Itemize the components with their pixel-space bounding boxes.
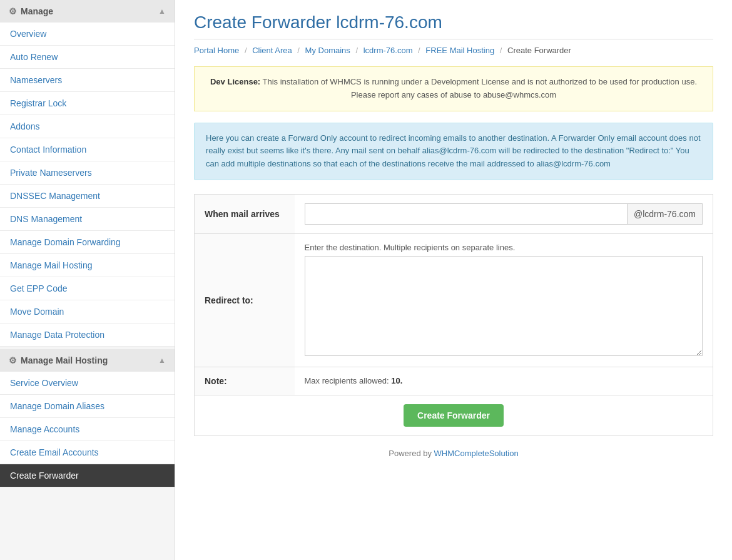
sidebar-item-contact-information[interactable]: Contact Information <box>0 138 175 161</box>
breadcrumb-domain[interactable]: lcdrm-76.com <box>363 46 413 55</box>
submit-cell: Create Forwarder <box>195 395 713 435</box>
sidebar-link-addons: Addons <box>10 121 39 131</box>
sep2: / <box>297 46 300 55</box>
domain-suffix: @lcdrm-76.com <box>627 203 703 225</box>
manage-section-header: ⚙ Manage ▲ <box>0 0 175 23</box>
create-forwarder-button[interactable]: Create Forwarder <box>404 404 504 427</box>
redirect-hint: Enter the destination. Multiple recipien… <box>305 243 703 252</box>
submit-row: Create Forwarder <box>195 395 713 435</box>
note-max: 10. <box>391 376 402 385</box>
sidebar-item-dnssec-management[interactable]: DNSSEC Management <box>0 185 175 208</box>
sidebar: ⚙ Manage ▲ Overview Auto Renew Nameserve… <box>0 0 175 560</box>
sidebar-item-get-epp-code[interactable]: Get EPP Code <box>0 277 175 300</box>
sidebar-link-auto-renew: Auto Renew <box>10 52 58 62</box>
note-label: Note: <box>195 367 295 395</box>
sidebar-link-manage-data-protection: Manage Data Protection <box>10 330 104 340</box>
sep3: / <box>355 46 358 55</box>
sidebar-link-contact-information: Contact Information <box>10 145 86 155</box>
sidebar-link-get-epp-code: Get EPP Code <box>10 283 68 293</box>
sidebar-link-manage-domain-forwarding: Manage Domain Forwarding <box>10 237 121 247</box>
footer: Powered by WHMCompleteSolution <box>194 449 713 458</box>
sidebar-item-manage-domain-forwarding[interactable]: Manage Domain Forwarding <box>0 231 175 254</box>
sidebar-item-private-nameservers[interactable]: Private Nameservers <box>0 161 175 185</box>
footer-text: Powered by <box>389 449 434 458</box>
note-text-cell: Max recipients allowed: 10. <box>295 367 713 395</box>
sep4: / <box>418 46 420 55</box>
sidebar-link-manage-domain-aliases: Manage Domain Aliases <box>10 401 104 411</box>
sidebar-link-registrar-lock: Registrar Lock <box>10 98 66 108</box>
breadcrumb-my-domains[interactable]: My Domains <box>305 46 350 55</box>
sidebar-link-create-email-accounts: Create Email Accounts <box>10 447 99 457</box>
chevron-up-icon-mail: ▲ <box>158 356 166 365</box>
redirect-input-cell: Enter the destination. Multiple recipien… <box>295 233 713 367</box>
footer-link[interactable]: WHMCompleteSolution <box>434 449 519 458</box>
sep1: / <box>245 46 247 55</box>
info-box: Here you can create a Forward Only accou… <box>194 123 713 180</box>
sidebar-item-auto-renew[interactable]: Auto Renew <box>0 46 175 69</box>
sidebar-link-overview: Overview <box>10 29 46 39</box>
sidebar-label-create-forwarder: Create Forwarder <box>10 471 79 481</box>
sidebar-item-nameservers[interactable]: Nameservers <box>0 69 175 92</box>
breadcrumb-mail-hosting[interactable]: FREE Mail Hosting <box>425 46 494 55</box>
sidebar-item-registrar-lock[interactable]: Registrar Lock <box>0 92 175 115</box>
sidebar-link-dns-management: DNS Management <box>10 214 82 224</box>
redirect-textarea[interactable] <box>305 256 703 356</box>
manage-section-title: Manage <box>21 6 158 16</box>
breadcrumb: Portal Home / Client Area / My Domains /… <box>194 46 713 55</box>
mail-hosting-section-header: ⚙ Manage Mail Hosting ▲ <box>0 349 175 372</box>
sidebar-link-dnssec-management: DNSSEC Management <box>10 191 100 201</box>
info-box-text: Here you can create a Forward Only accou… <box>206 133 701 169</box>
when-mail-row: When mail arrives @lcdrm-76.com <box>195 194 713 233</box>
sidebar-link-manage-accounts: Manage Accounts <box>10 424 79 434</box>
when-mail-label: When mail arrives <box>195 194 295 233</box>
sidebar-item-service-overview[interactable]: Service Overview <box>0 372 175 395</box>
when-mail-input-cell: @lcdrm-76.com <box>295 194 713 233</box>
create-forwarder-form: When mail arrives @lcdrm-76.com Redirect… <box>194 194 713 436</box>
sidebar-item-create-forwarder[interactable]: Create Forwarder <box>0 464 175 487</box>
sidebar-item-create-email-accounts[interactable]: Create Email Accounts <box>0 441 175 464</box>
sidebar-item-overview[interactable]: Overview <box>0 23 175 46</box>
sidebar-item-manage-data-protection[interactable]: Manage Data Protection <box>0 323 175 347</box>
chevron-up-icon-manage: ▲ <box>158 7 166 16</box>
sidebar-link-move-domain: Move Domain <box>10 307 64 317</box>
breadcrumb-portal-home[interactable]: Portal Home <box>194 46 239 55</box>
breadcrumb-client-area[interactable]: Client Area <box>252 46 292 55</box>
redirect-label: Redirect to: <box>195 233 295 367</box>
manage-items: Overview Auto Renew Nameservers Registra… <box>0 23 175 347</box>
mail-hosting-items: Service Overview Manage Domain Aliases M… <box>0 372 175 487</box>
sidebar-link-manage-mail-hosting: Manage Mail Hosting <box>10 260 93 270</box>
sidebar-item-manage-domain-aliases[interactable]: Manage Domain Aliases <box>0 395 175 418</box>
gear-icon-manage: ⚙ <box>9 6 17 16</box>
sidebar-link-nameservers: Nameservers <box>10 75 62 85</box>
sidebar-item-manage-mail-hosting[interactable]: Manage Mail Hosting <box>0 254 175 277</box>
dev-license-text: This installation of WHMCS is running un… <box>260 77 697 99</box>
mail-hosting-section-title: Manage Mail Hosting <box>21 355 158 365</box>
sidebar-link-service-overview: Service Overview <box>10 378 78 388</box>
mail-input-wrap: @lcdrm-76.com <box>305 203 703 225</box>
note-text: Max recipients allowed: <box>305 376 392 385</box>
sidebar-item-addons[interactable]: Addons <box>0 115 175 138</box>
gear-icon-mail: ⚙ <box>9 355 17 365</box>
sidebar-item-dns-management[interactable]: DNS Management <box>0 208 175 231</box>
sidebar-item-manage-accounts[interactable]: Manage Accounts <box>0 418 175 441</box>
sep5: / <box>500 46 502 55</box>
dev-license-banner: Dev License: This installation of WHMCS … <box>194 66 713 111</box>
page-title: Create Forwarder lcdrm-76.com <box>194 13 713 39</box>
sidebar-item-move-domain[interactable]: Move Domain <box>0 300 175 323</box>
note-row: Note: Max recipients allowed: 10. <box>195 367 713 395</box>
main-content: Create Forwarder lcdrm-76.com Portal Hom… <box>175 0 732 560</box>
redirect-row: Redirect to: Enter the destination. Mult… <box>195 233 713 367</box>
breadcrumb-current: Create Forwarder <box>507 46 571 55</box>
when-mail-input[interactable] <box>305 203 627 225</box>
sidebar-link-private-nameservers: Private Nameservers <box>10 168 92 178</box>
dev-license-prefix: Dev License: <box>210 77 260 86</box>
